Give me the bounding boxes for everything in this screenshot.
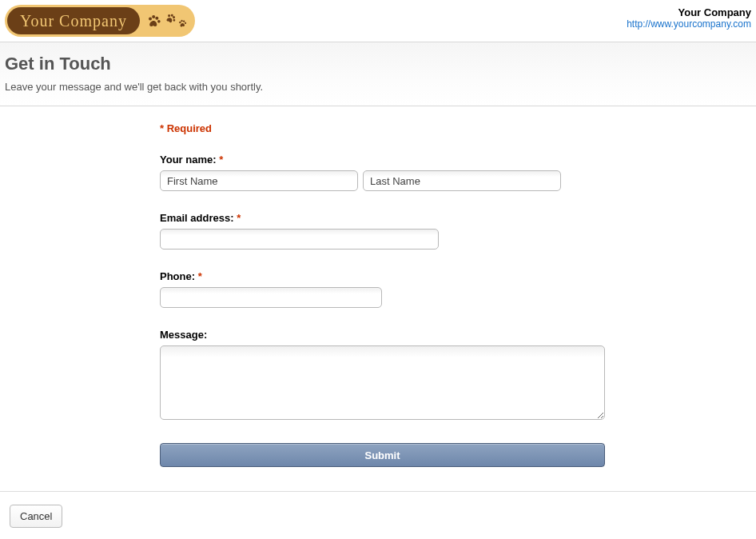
contact-form: * Required Your name: * Email address: *… (0, 106, 756, 491)
email-label-text: Email address: (160, 212, 234, 224)
phone-input[interactable] (160, 287, 382, 308)
logo-badge: Your Company (5, 5, 195, 37)
name-label-text: Your name: (160, 154, 217, 166)
page-header: Get in Touch Leave your message and we'l… (0, 42, 756, 106)
page-subtitle: Leave your message and we'll get back wi… (5, 81, 751, 93)
cancel-button[interactable]: Cancel (10, 505, 62, 528)
message-field-group: Message: (160, 329, 756, 422)
paw-icon (163, 10, 179, 26)
svg-point-8 (179, 22, 181, 24)
last-name-input[interactable] (363, 170, 561, 191)
svg-point-4 (167, 14, 170, 17)
phone-field-group: Phone: * (160, 270, 756, 308)
company-info: Your Company http://www.yourcompany.com (627, 5, 751, 30)
svg-point-7 (173, 18, 176, 22)
name-label: Your name: * (160, 154, 756, 166)
paw-icon (177, 18, 188, 29)
company-name: Your Company (627, 6, 751, 18)
company-url[interactable]: http://www.yourcompany.com (627, 18, 751, 30)
email-input[interactable] (160, 229, 439, 250)
required-star: * (219, 154, 223, 166)
paw-icon-group (146, 13, 187, 29)
top-bar: Your Company Your Company http://www.you… (0, 0, 756, 42)
company-logo: Your Company (5, 5, 195, 37)
svg-point-5 (170, 14, 173, 17)
submit-button[interactable]: Submit (160, 443, 605, 467)
name-field-group: Your name: * (160, 154, 756, 191)
required-star: * (198, 270, 202, 282)
required-note: * Required (160, 122, 756, 134)
logo-text: Your Company (20, 12, 127, 30)
message-textarea[interactable] (160, 345, 605, 420)
name-input-row (160, 170, 756, 191)
message-label: Message: (160, 329, 756, 341)
svg-point-1 (152, 15, 155, 18)
phone-label: Phone: * (160, 270, 756, 282)
svg-point-11 (185, 22, 187, 25)
svg-point-0 (149, 18, 152, 21)
svg-point-2 (155, 17, 158, 20)
email-label: Email address: * (160, 212, 756, 224)
first-name-input[interactable] (160, 170, 358, 191)
page-title: Get in Touch (5, 54, 751, 74)
required-star: * (237, 212, 241, 224)
svg-point-10 (183, 20, 185, 22)
email-field-group: Email address: * (160, 212, 756, 250)
logo-inner: Your Company (7, 7, 140, 34)
svg-point-9 (181, 20, 183, 22)
phone-label-text: Phone: (160, 270, 195, 282)
paw-icon (146, 13, 162, 29)
footer: Cancel (0, 491, 756, 539)
svg-point-3 (157, 20, 161, 23)
